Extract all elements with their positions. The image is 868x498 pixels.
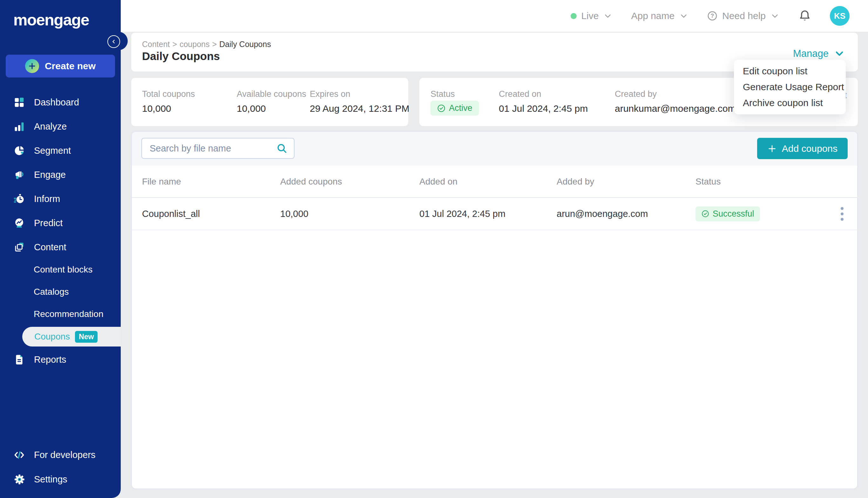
- cell-added-on: 01 Jul 2024, 2:45 pm: [419, 209, 557, 219]
- add-coupons-label: Add coupons: [782, 143, 838, 154]
- app-name-label: App name: [631, 11, 674, 21]
- content-icon: [13, 241, 25, 253]
- chevron-left-icon: [110, 38, 117, 45]
- stat-value: 10,000: [142, 103, 171, 114]
- row-actions-kebab-menu[interactable]: [839, 205, 845, 223]
- breadcrumb-separator: >: [212, 40, 217, 49]
- chevron-down-icon: [679, 11, 688, 21]
- app-name-selector[interactable]: App name: [631, 11, 688, 21]
- column-header-added-by: Added by: [557, 176, 696, 187]
- sidebar-item-recommendation[interactable]: Recommendation: [0, 303, 121, 325]
- add-coupons-button[interactable]: Add coupons: [757, 138, 848, 159]
- manage-dropdown-menu: Edit coupon list Generate Usage Report A…: [734, 60, 846, 114]
- stat-value: 01 Jul 2024, 2:45 pm: [499, 103, 588, 114]
- inform-stopwatch-icon: [13, 193, 25, 205]
- menu-item-generate-usage-report[interactable]: Generate Usage Report: [743, 80, 846, 94]
- breadcrumb-content[interactable]: Content: [142, 40, 170, 49]
- sidebar-item-coupons-active[interactable]: Coupons New: [22, 327, 121, 346]
- sidebar-item-for-developers[interactable]: For developers: [0, 443, 121, 467]
- gear-icon: [13, 473, 25, 485]
- sidebar-item-content[interactable]: Content: [0, 235, 121, 259]
- stat-label: Expires on: [310, 89, 350, 99]
- sidebar-item-label: Segment: [34, 145, 71, 156]
- user-avatar[interactable]: KS: [830, 6, 850, 26]
- sidebar-item-settings[interactable]: Settings: [0, 467, 121, 491]
- column-header-status: Status: [696, 176, 827, 187]
- sidebar-item-label: Reports: [34, 354, 66, 365]
- table-toolbar: Add coupons: [132, 132, 857, 166]
- search-icon[interactable]: [276, 143, 287, 154]
- stat-label: Created by: [615, 89, 657, 99]
- sidebar-item-content-blocks[interactable]: Content blocks: [0, 259, 121, 281]
- column-header-added-on: Added on: [419, 176, 557, 187]
- search-input[interactable]: [149, 143, 276, 154]
- create-new-button[interactable]: Create new: [6, 55, 115, 78]
- sidebar-item-segment[interactable]: Segment: [0, 139, 121, 162]
- sidebar-item-label: Content: [34, 242, 66, 252]
- chevron-down-icon: [834, 48, 845, 60]
- notifications-bell-icon[interactable]: [798, 9, 812, 23]
- sidebar-item-reports[interactable]: Reports: [0, 348, 121, 371]
- menu-item-archive-coupon-list[interactable]: Archive coupon list: [743, 96, 846, 110]
- sidebar-item-inform[interactable]: Inform: [0, 187, 121, 211]
- manage-label: Manage: [793, 48, 829, 60]
- need-help-label: Need help: [722, 11, 766, 21]
- avatar-initials: KS: [834, 11, 845, 21]
- search-box: [141, 138, 295, 159]
- manage-dropdown-button[interactable]: Manage: [793, 48, 845, 60]
- daily-coupons-page: Live App name ? Need help KS moengage: [0, 0, 868, 498]
- upload-status-label: Successful: [713, 209, 754, 219]
- page-title: Daily Coupons: [142, 50, 220, 63]
- sidebar-subitem-label: Recommendation: [34, 309, 103, 319]
- breadcrumb-coupons[interactable]: coupons: [180, 40, 210, 49]
- coupon-files-panel: Add coupons File name Added coupons Adde…: [131, 131, 858, 489]
- code-icon: [13, 449, 25, 461]
- coupon-summary-card: Total coupons 10,000 Available coupons 1…: [131, 78, 408, 126]
- plus-icon: [767, 144, 777, 153]
- top-bar: Live App name ? Need help KS: [121, 0, 868, 32]
- status-badge: Active: [430, 101, 479, 116]
- breadcrumb-current: Daily Coupons: [219, 40, 271, 49]
- engage-megaphone-icon: [13, 169, 25, 181]
- stat-value: arunkumar@moengage.com: [615, 103, 736, 114]
- predict-crystal-ball-icon: [13, 217, 25, 229]
- coupons-label: Coupons: [34, 331, 70, 342]
- sidebar-item-analyze[interactable]: Analyze: [0, 114, 121, 139]
- sidebar-subitem-label: Catalogs: [34, 287, 69, 297]
- column-header-added-coupons: Added coupons: [280, 176, 419, 187]
- svg-text:?: ?: [711, 13, 714, 19]
- segment-icon: [13, 145, 25, 157]
- table-header-row: File name Added coupons Added on Added b…: [132, 166, 857, 198]
- sidebar: moengage Create new Dashboard Analyze: [0, 0, 121, 498]
- sidebar-item-label: Predict: [34, 218, 63, 228]
- check-circle-icon: [437, 104, 446, 113]
- stat-label: Available coupons: [237, 89, 306, 99]
- stat-value: 10,000: [237, 103, 266, 114]
- moengage-logo[interactable]: moengage: [13, 11, 89, 29]
- sidebar-item-predict[interactable]: Predict: [0, 211, 121, 235]
- analyze-icon: [13, 121, 25, 132]
- plus-icon: [25, 59, 39, 73]
- cell-added-by: arun@moengage.com: [557, 209, 696, 219]
- live-status-dot: [571, 13, 576, 19]
- dashboard-icon: [13, 96, 25, 108]
- stat-label: Total coupons: [142, 89, 195, 99]
- create-new-label: Create new: [45, 61, 96, 71]
- cell-added-coupons: 10,000: [280, 209, 419, 219]
- sidebar-collapse-button[interactable]: [107, 35, 120, 48]
- sidebar-item-engage[interactable]: Engage: [0, 162, 121, 187]
- chevron-down-icon: [770, 11, 780, 21]
- need-help-menu[interactable]: ? Need help: [707, 11, 780, 21]
- environment-selector[interactable]: Live: [571, 11, 612, 21]
- sidebar-item-catalogs[interactable]: Catalogs: [0, 281, 121, 303]
- sidebar-item-label: For developers: [34, 450, 95, 460]
- check-circle-icon: [701, 210, 710, 218]
- breadcrumb: Content> coupons >Daily Coupons: [142, 40, 271, 49]
- sidebar-item-dashboard[interactable]: Dashboard: [0, 90, 121, 114]
- table-row: Couponlist_all 10,000 01 Jul 2024, 2:45 …: [132, 198, 857, 230]
- sidebar-item-label: Settings: [34, 474, 67, 485]
- sidebar-item-label: Dashboard: [34, 97, 79, 108]
- reports-document-icon: [13, 354, 25, 366]
- status-value: Active: [449, 103, 472, 113]
- menu-item-edit-coupon-list[interactable]: Edit coupon list: [743, 64, 846, 78]
